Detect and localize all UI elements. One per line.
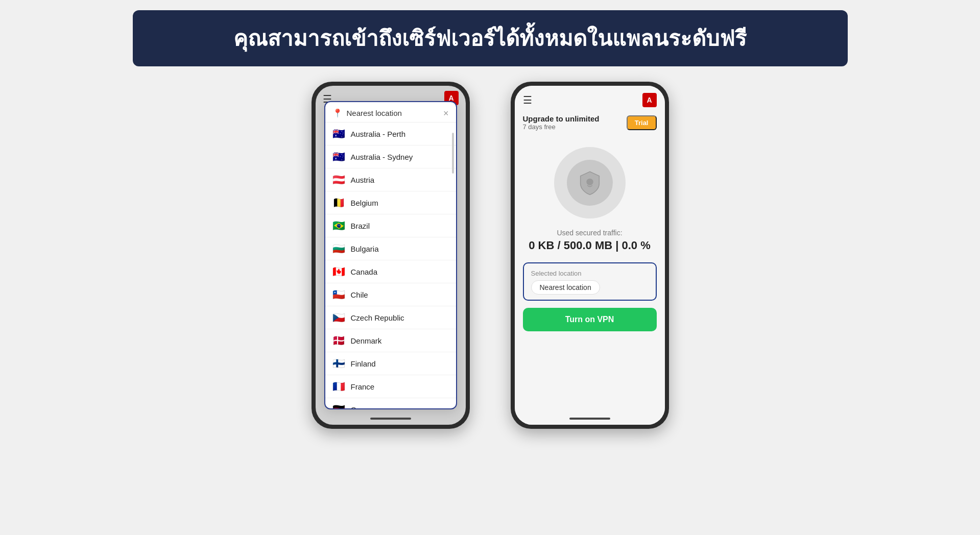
list-item[interactable]: 🇧🇷Brazil (325, 214, 456, 237)
selected-location-label: Selected location (531, 270, 649, 277)
country-name: Canada (351, 268, 378, 276)
left-phone-mockup: ☰ A 📍 Nearest location × 🇦🇺Australia - P… (312, 82, 470, 429)
right-home-indicator (569, 418, 610, 420)
list-item[interactable]: 🇫🇷France (325, 375, 456, 398)
list-item[interactable]: 🇨🇦Canada (325, 260, 456, 283)
dialog-title: Nearest location (347, 109, 402, 117)
country-name: Belgium (351, 199, 378, 207)
nearest-location-pill[interactable]: Nearest location (531, 280, 600, 295)
country-name: Czech Republic (351, 313, 404, 322)
header-banner: คุณสามารถเข้าถึงเซิร์ฟเวอร์ได้ทั้งหมดในแ… (133, 10, 848, 66)
list-item[interactable]: 🇦🇺Australia - Sydney (325, 145, 456, 168)
scroll-indicator (452, 133, 454, 174)
country-name: Austria (351, 176, 375, 184)
upgrade-title: Upgrade to unlimited (523, 114, 600, 123)
flag-icon: 🇨🇿 (332, 311, 346, 324)
flag-icon: 🇦🇺 (332, 151, 346, 163)
dialog-header: 📍 Nearest location × (325, 102, 456, 123)
flag-icon: 🇧🇷 (332, 220, 346, 232)
vpn-screen: ☰ A Upgrade to unlimited 7 days free Tri… (515, 86, 665, 425)
flag-icon: 🇨🇱 (332, 288, 346, 301)
list-item[interactable]: 🇧🇪Belgium (325, 191, 456, 214)
traffic-value: 0 KB / 500.0 MB | 0.0 % (529, 239, 650, 252)
location-pin-icon: 📍 (332, 108, 343, 118)
list-item[interactable]: 🇨🇿Czech Republic (325, 306, 456, 329)
country-name: Denmark (351, 336, 382, 345)
flag-icon: 🇦🇹 (332, 174, 346, 186)
list-item[interactable]: 🇨🇱Chile (325, 283, 456, 306)
flag-icon: 🇩🇰 (332, 334, 346, 347)
country-name: Germany (351, 405, 383, 409)
flag-icon: 🇧🇬 (332, 242, 346, 255)
shield-icon (577, 170, 603, 196)
right-phone-mockup: ☰ A Upgrade to unlimited 7 days free Tri… (511, 82, 669, 429)
vpn-shield-circle (554, 147, 626, 218)
trial-button[interactable]: Trial (627, 115, 657, 130)
list-item[interactable]: 🇦🇹Austria (325, 168, 456, 191)
close-dialog-button[interactable]: × (443, 109, 449, 118)
location-dialog: 📍 Nearest location × 🇦🇺Australia - Perth… (324, 101, 457, 409)
upgrade-subtitle: 7 days free (523, 123, 600, 131)
country-name: France (351, 382, 375, 391)
upgrade-banner: Upgrade to unlimited 7 days free Trial (515, 111, 665, 137)
main-content: ☰ A 📍 Nearest location × 🇦🇺Australia - P… (312, 82, 669, 429)
country-name: Brazil (351, 222, 370, 230)
flag-icon: 🇦🇺 (332, 128, 346, 140)
country-name: Bulgaria (351, 245, 379, 253)
left-home-indicator (370, 418, 411, 420)
shield-inner (567, 160, 613, 206)
right-hamburger-icon[interactable]: ☰ (523, 94, 532, 106)
left-phone-screen: ☰ A 📍 Nearest location × 🇦🇺Australia - P… (316, 86, 466, 425)
right-avira-logo: A (642, 93, 657, 107)
flag-icon: 🇫🇷 (332, 380, 346, 393)
list-item[interactable]: 🇩🇰Denmark (325, 329, 456, 352)
list-item[interactable]: 🇦🇺Australia - Perth (325, 123, 456, 145)
selected-location-box[interactable]: Selected location Nearest location (523, 262, 657, 301)
country-name: Australia - Perth (351, 130, 406, 138)
header-title: คุณสามารถเข้าถึงเซิร์ฟเวอร์ได้ทั้งหมดในแ… (233, 27, 747, 51)
country-name: Finland (351, 359, 376, 368)
country-name: Chile (351, 290, 368, 299)
turn-on-vpn-button[interactable]: Turn on VPN (523, 308, 657, 331)
traffic-label: Used secured traffic: (557, 229, 622, 237)
list-item[interactable]: 🇧🇬Bulgaria (325, 237, 456, 260)
flag-icon: 🇨🇦 (332, 265, 346, 278)
upgrade-text: Upgrade to unlimited 7 days free (523, 114, 600, 131)
country-name: Australia - Sydney (351, 153, 413, 161)
flag-icon: 🇩🇪 (332, 403, 346, 408)
flag-icon: 🇫🇮 (332, 357, 346, 370)
vpn-main: Used secured traffic: 0 KB / 500.0 MB | … (515, 137, 665, 425)
location-list[interactable]: 🇦🇺Australia - Perth🇦🇺Australia - Sydney🇦… (325, 123, 456, 408)
flag-icon: 🇧🇪 (332, 197, 346, 209)
list-item[interactable]: 🇩🇪Germany (325, 398, 456, 408)
svg-point-0 (586, 179, 593, 185)
right-phone-screen: ☰ A Upgrade to unlimited 7 days free Tri… (515, 86, 665, 425)
list-item[interactable]: 🇫🇮Finland (325, 352, 456, 375)
vpn-topbar: ☰ A (515, 86, 665, 111)
dialog-title-row: 📍 Nearest location (332, 108, 402, 118)
